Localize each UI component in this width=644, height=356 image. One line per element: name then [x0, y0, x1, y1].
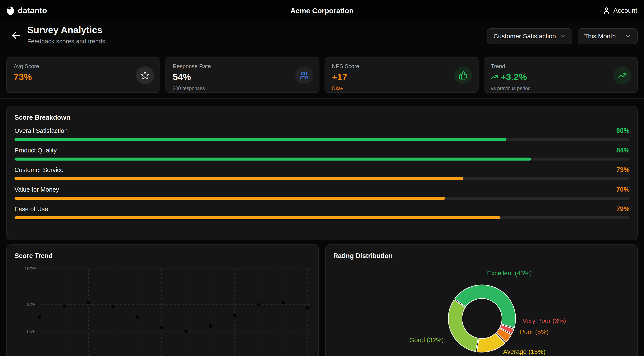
- breakdown-label: Value for Money: [14, 186, 59, 193]
- breakdown-label: Overall Satisfaction: [14, 127, 68, 134]
- stat-card-nps: NPS Score +17 Okay: [324, 57, 478, 93]
- top-bar: datanto Acme Corporation Account: [0, 0, 644, 21]
- breakdown-row: Product Quality 84%: [14, 146, 630, 160]
- progress-track: [14, 177, 630, 180]
- rating-distribution-panel: Rating Distribution Excellent (45%) Very…: [325, 244, 638, 356]
- filters: Customer Satisfaction This Month: [487, 28, 638, 44]
- breakdown-row: Overall Satisfaction 80%: [14, 127, 630, 141]
- donut-label-poor: Poor (5%): [520, 328, 548, 336]
- charts-row: Score Trend 100%80%65% Rating Distributi…: [6, 244, 638, 356]
- users-icon: [295, 66, 313, 84]
- rating-distribution-chart: [326, 245, 638, 356]
- period-select-value: This Month: [584, 32, 616, 40]
- account-button[interactable]: Account: [603, 0, 637, 21]
- score-trend-chart: 100%80%65%: [14, 264, 312, 356]
- progress-fill: [14, 158, 531, 160]
- breakdown-percent: 70%: [616, 186, 630, 193]
- stat-value: +17: [332, 72, 471, 82]
- stat-value: 54%: [173, 72, 312, 82]
- donut-label-very-poor: Very Poor (3%): [522, 317, 566, 324]
- chevron-down-icon: [560, 33, 566, 40]
- star-icon: [136, 66, 154, 84]
- stat-value: 73%: [14, 72, 153, 82]
- breakdown-label: Ease of Use: [14, 206, 48, 213]
- svg-text:65%: 65%: [27, 329, 36, 334]
- breakdown-percent: 84%: [616, 146, 630, 154]
- breakdown-label: Product Quality: [14, 147, 57, 154]
- section-divider: [0, 98, 644, 98]
- score-trend-title: Score Trend: [14, 252, 311, 260]
- stat-sub: 200 responses: [173, 86, 312, 91]
- progress-track: [14, 158, 630, 160]
- progress-fill: [14, 138, 506, 141]
- stat-card-avg-score: Avg Score 73%: [6, 57, 160, 93]
- score-trend-panel: Score Trend 100%80%65%: [6, 244, 319, 356]
- breakdown-row: Ease of Use 79%: [14, 205, 630, 219]
- company-title: Acme Corporation: [0, 0, 644, 21]
- metric-select-value: Customer Satisfaction: [494, 32, 556, 40]
- breakdown-percent: 79%: [616, 205, 630, 213]
- back-button[interactable]: [11, 30, 21, 40]
- brand-name: datanto: [18, 6, 47, 15]
- stat-card-response-rate: Response Rate 54% 200 responses: [166, 57, 320, 93]
- stat-label: Avg Score: [14, 63, 153, 70]
- stat-sub: vs previous period: [491, 86, 630, 91]
- progress-fill: [14, 197, 445, 200]
- stat-sub: Okay: [332, 86, 471, 91]
- account-label: Account: [613, 7, 637, 14]
- donut-label-excellent: Excellent (45%): [487, 270, 532, 277]
- thumbs-up-icon: [454, 66, 472, 84]
- trending-up-icon: [491, 74, 498, 81]
- page-subtitle: Feedback scores and trends: [27, 38, 105, 45]
- user-icon: [603, 7, 610, 14]
- progress-track: [14, 197, 630, 200]
- breakdown-row: Customer Service 73%: [14, 166, 630, 180]
- stat-label: NPS Score: [332, 63, 471, 70]
- period-select[interactable]: This Month: [578, 28, 638, 44]
- breakdown-label: Customer Service: [14, 166, 64, 174]
- chevron-down-icon: [625, 33, 631, 40]
- donut-label-average: Average (15%): [503, 348, 546, 355]
- score-breakdown-title: Score Breakdown: [14, 114, 630, 121]
- breakdown-row: Value for Money 70%: [14, 186, 630, 200]
- score-breakdown-panel: Score Breakdown Overall Satisfaction 80%…: [6, 106, 638, 240]
- progress-track: [14, 216, 630, 219]
- arrow-left-icon: [11, 30, 21, 40]
- progress-fill: [14, 177, 464, 180]
- stat-card-trend: Trend +3.2% vs previous period: [484, 57, 638, 93]
- donut-label-good: Good (32%): [409, 336, 444, 344]
- brand[interactable]: datanto: [6, 0, 47, 21]
- stat-cards: Avg Score 73% Response Rate 54% 200 resp…: [6, 57, 638, 93]
- datanto-logo-icon: [6, 5, 15, 16]
- stat-label: Response Rate: [173, 63, 312, 70]
- svg-text:100%: 100%: [24, 266, 36, 272]
- metric-select[interactable]: Customer Satisfaction: [487, 28, 572, 44]
- svg-text:80%: 80%: [27, 302, 36, 307]
- progress-fill: [14, 216, 500, 219]
- page-title: Survey Analytics: [27, 25, 102, 35]
- stat-label: Trend: [491, 63, 630, 70]
- breakdown-percent: 80%: [616, 127, 630, 134]
- progress-track: [14, 138, 630, 141]
- stat-value: +3.2%: [491, 72, 630, 82]
- trending-up-icon: [613, 66, 631, 84]
- breakdown-percent: 73%: [616, 166, 630, 174]
